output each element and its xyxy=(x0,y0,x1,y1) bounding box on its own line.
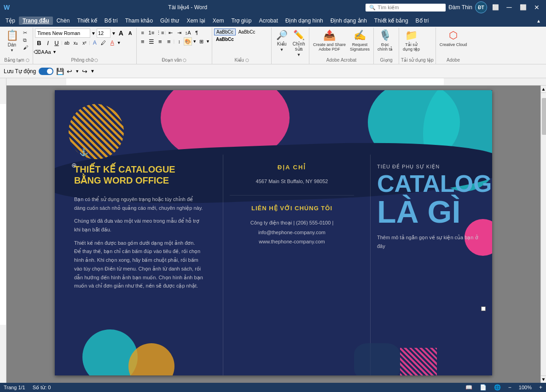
menu-item-tro-giup[interactable]: Trợ giúp xyxy=(227,17,255,25)
menu-item-thiet-ke-bang[interactable]: Thiết kế bảng xyxy=(371,17,412,25)
ribbon-group-adobe-acrobat-top: 📤 Create and ShareAdobe PDF ✍️ RequestSi… xyxy=(311,29,372,56)
highlight-btn[interactable]: 🖊 xyxy=(99,39,108,47)
align-center-btn[interactable]: ☰ xyxy=(147,37,156,46)
col1-para3[interactable]: Thiết kế nền được bao gồm dưới dạng một … xyxy=(74,239,203,290)
superscript-btn[interactable]: x² xyxy=(80,39,88,47)
menu-item-bo-tri[interactable]: Bố trí xyxy=(101,17,122,25)
kieuchinh-btn[interactable]: 🔎 Kiểu ▼ xyxy=(273,29,290,53)
style-item-2[interactable]: AaBbCc xyxy=(237,29,257,35)
paste-btn[interactable]: 📋 Dán ▼ xyxy=(3,29,21,53)
font-name-dropdown[interactable]: ▼ xyxy=(91,31,96,36)
change-case-btn[interactable]: Aa xyxy=(44,48,52,56)
col1-para2[interactable]: Chúng tôi đã đưa vào một vài meo trong m… xyxy=(74,217,203,234)
style-item-1[interactable]: AaBbCc xyxy=(214,29,236,35)
numbered-list-btn[interactable]: 1≡ xyxy=(147,29,156,37)
decrease-indent-btn[interactable]: ⇤ xyxy=(166,29,174,37)
strikethrough-btn[interactable]: ab xyxy=(63,39,71,47)
borders-btn[interactable]: ⊞ xyxy=(197,37,205,46)
italic-btn[interactable]: I xyxy=(44,39,52,47)
text-effects-btn[interactable]: A xyxy=(91,39,99,47)
ribbon-group-creative-cloud: ⬡ Creative Cloud Adobe xyxy=(436,28,471,64)
increase-indent-btn[interactable]: ⇥ xyxy=(175,29,183,37)
change-case-dropdown[interactable]: ▼ xyxy=(52,50,57,54)
dictate-btn[interactable]: 🎙️ Đọcchính tả xyxy=(376,29,395,52)
save-btn[interactable]: 💾 xyxy=(56,68,64,75)
contact-section: LIÊN HỆ VỚI CHÚNG TÔI Công ty điện thoại… xyxy=(230,205,354,247)
zoom-in-btn[interactable]: + xyxy=(539,384,542,391)
creative-cloud-btn[interactable]: ⬡ Creative Cloud xyxy=(438,29,469,48)
bold-btn[interactable]: B xyxy=(35,39,43,47)
menu-item-acrobat[interactable]: Acrobat xyxy=(255,17,281,25)
font-color-btn[interactable]: A xyxy=(108,39,116,47)
customize-qat-btn[interactable]: ▼ xyxy=(90,69,95,74)
zoom-out-btn[interactable]: − xyxy=(508,384,511,391)
font-color-dropdown[interactable]: ▼ xyxy=(117,40,121,45)
view-mode-web[interactable]: 🌐 xyxy=(494,384,501,391)
menu-item-bo-tri2[interactable]: Bố trí xyxy=(412,17,433,25)
document-page[interactable]: ⚓ ⊕ THIẾT KẾ CATALOGUE BẰNG WORD OFFICE … xyxy=(55,90,492,375)
format-painter-btn[interactable]: 🖌 xyxy=(22,44,29,51)
borders-dropdown[interactable]: ▼ xyxy=(206,39,210,44)
ribbon-collapse-btn[interactable]: ▲ xyxy=(533,15,544,26)
col1-para1[interactable]: Bạn có thể sử dụng nguyên trạng hoặc tùy… xyxy=(74,195,203,212)
view-mode-read[interactable]: 📖 xyxy=(465,384,472,391)
sort-btn[interactable]: ↕A xyxy=(184,29,192,37)
redo-btn[interactable]: ↪ xyxy=(82,68,87,75)
shading-dropdown[interactable]: ▼ xyxy=(192,39,197,44)
search-input[interactable] xyxy=(378,5,442,10)
align-right-btn[interactable]: ≡ xyxy=(156,37,164,46)
ribbon-group-adobe-acrobat: 📤 Create and ShareAdobe PDF ✍️ RequestSi… xyxy=(309,28,374,64)
scroll-up-btn[interactable]: ▲ xyxy=(541,86,546,93)
underline-btn[interactable]: U xyxy=(52,39,61,47)
justify-btn[interactable]: ≡ xyxy=(165,37,173,46)
menu-item-trang-dau[interactable]: Trang đầu xyxy=(19,17,53,25)
menu-item-gui-thu[interactable]: Gửi thư xyxy=(157,17,183,25)
view-mode-print[interactable]: 📄 xyxy=(480,384,487,391)
auto-save-toggle[interactable] xyxy=(39,68,53,75)
request-signatures-btn[interactable]: ✍️ RequestSignatures xyxy=(348,29,372,52)
shape-striped-orange xyxy=(69,104,124,159)
font-size-decrease[interactable]: A xyxy=(126,29,134,37)
show-marks-btn[interactable]: ¶ xyxy=(192,29,201,37)
search-box-container[interactable]: 🔍 xyxy=(366,4,446,12)
subscript-btn[interactable]: x₂ xyxy=(71,39,80,47)
avatar[interactable]: ĐT xyxy=(475,1,487,13)
chua-dropdown[interactable]: ▼ xyxy=(297,52,301,57)
copy-btn[interactable]: ⧉ xyxy=(22,37,29,44)
scroll-thumb[interactable] xyxy=(542,98,546,135)
shading-btn[interactable]: 🎨 xyxy=(184,37,192,46)
bullet-list-btn[interactable]: ≡ xyxy=(139,29,147,37)
undo-dropdown[interactable]: ▼ xyxy=(75,69,79,74)
title-bar-title: Tài liệu4 - Word xyxy=(10,4,366,11)
scrollbar-right[interactable]: ▲ ▼ xyxy=(540,86,546,383)
menu-item-tap[interactable]: Tệp xyxy=(2,17,19,25)
scroll-down-btn[interactable]: ▼ xyxy=(541,375,546,383)
tep-btn[interactable]: 📁 Tải sửdụng tệp xyxy=(401,29,422,52)
menu-item-dinh-dang-anh[interactable]: Định dạng ảnh xyxy=(327,17,371,25)
clear-format-btn[interactable]: ⌫A xyxy=(35,48,43,56)
create-share-pdf-btn[interactable]: 📤 Create and ShareAdobe PDF xyxy=(311,29,348,52)
window-close-btn[interactable]: ✕ xyxy=(531,2,542,13)
cut-btn[interactable]: ✂ xyxy=(22,29,29,36)
resize-handle[interactable] xyxy=(481,306,486,311)
window-restore-btn[interactable]: ⬜ xyxy=(490,2,501,13)
menu-item-dinh-dang-hinh[interactable]: Định dạng hình xyxy=(282,17,327,25)
menu-item-thiet-ke[interactable]: Thiết kế xyxy=(73,17,100,25)
font-size-input[interactable] xyxy=(97,29,110,38)
window-maximize-btn[interactable]: ⬜ xyxy=(517,2,529,13)
undo-btn[interactable]: ↩ xyxy=(67,68,72,75)
line-spacing-btn[interactable]: ↕ xyxy=(175,37,183,46)
font-size-dropdown[interactable]: ▼ xyxy=(111,31,116,36)
menu-item-xem-lai[interactable]: Xem lại xyxy=(183,17,209,25)
multi-list-btn[interactable]: ⋮≡ xyxy=(156,29,164,37)
menu-item-xem[interactable]: Xem xyxy=(209,17,228,25)
chua-btn[interactable]: ✏️ Chỉnhsửa ▼ xyxy=(290,29,307,58)
font-name-input[interactable] xyxy=(35,29,90,38)
style-item-3[interactable]: AaBbCc xyxy=(214,36,236,42)
window-minimize-btn[interactable]: ─ xyxy=(504,2,515,13)
kieuchinh-dropdown[interactable]: ▼ xyxy=(280,47,284,52)
menu-item-tham-khao[interactable]: Tham khảo xyxy=(122,17,157,25)
align-left-btn[interactable]: ≡ xyxy=(139,37,147,46)
font-size-increase[interactable]: A xyxy=(117,29,125,37)
menu-item-chen[interactable]: Chèn xyxy=(53,17,74,25)
